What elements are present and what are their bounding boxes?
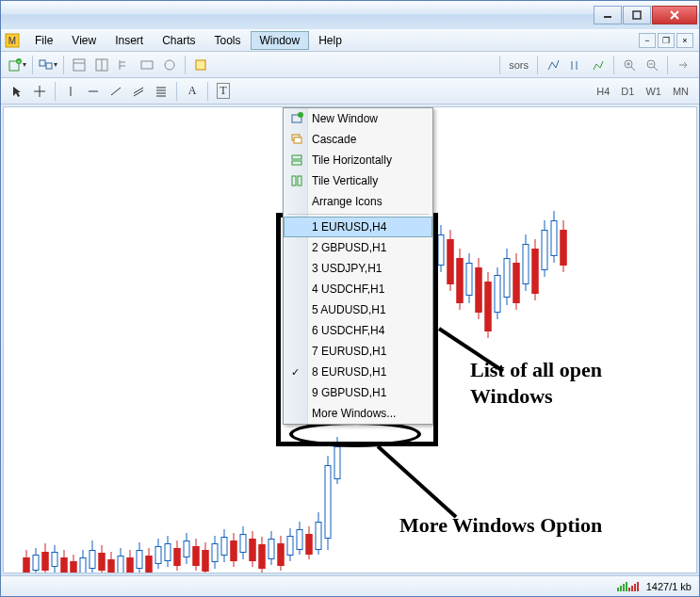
- menubar: M File View Insert Charts Tools Window H…: [1, 29, 699, 52]
- candle: [155, 107, 162, 573]
- menu-insert[interactable]: Insert: [106, 31, 153, 50]
- candle: [456, 107, 464, 573]
- svg-rect-17: [196, 60, 205, 70]
- candle: [51, 107, 58, 573]
- zoom-out-icon: [645, 58, 659, 72]
- menu-tile-h-label: Tile Horizontally: [312, 153, 392, 167]
- market-watch-icon: [73, 58, 86, 72]
- new-order-button[interactable]: [190, 55, 211, 75]
- candle: [89, 107, 96, 573]
- candle: [513, 107, 520, 573]
- vertical-line-button[interactable]: [60, 81, 81, 102]
- candle: [145, 107, 153, 573]
- candle: [465, 107, 473, 573]
- data-window-button[interactable]: [91, 55, 112, 75]
- menu-tools[interactable]: Tools: [205, 31, 251, 50]
- zoom-in-button[interactable]: [619, 55, 640, 75]
- candle: [239, 107, 247, 573]
- candle: [531, 107, 539, 573]
- menu-window-item-2[interactable]: 2 GBPUSD,H1: [284, 237, 432, 258]
- menu-new-window[interactable]: New Window: [284, 108, 432, 129]
- timeframe-mn-button[interactable]: MN: [668, 81, 693, 102]
- menu-window-item-1[interactable]: 1 EURUSD,H4: [284, 217, 432, 237]
- candle: [541, 107, 548, 573]
- menu-charts[interactable]: Charts: [153, 31, 204, 50]
- new-chart-button[interactable]: +▾: [7, 55, 27, 75]
- menu-window-item-8[interactable]: ✓8 EURUSD,H1: [284, 362, 432, 382]
- candle: [220, 107, 228, 573]
- channel-button[interactable]: [128, 81, 149, 102]
- menu-window-item-label: 7 EURUSD,H1: [312, 345, 386, 358]
- menu-tile-horizontally[interactable]: Tile Horizontally: [284, 150, 432, 170]
- menu-cascade[interactable]: Cascade: [284, 129, 432, 150]
- menu-file[interactable]: File: [25, 31, 62, 50]
- mdi-close-button[interactable]: ×: [676, 33, 693, 48]
- window-minimize-button[interactable]: [594, 6, 622, 24]
- svg-line-33: [134, 90, 143, 96]
- menu-window-item-label: 4 USDCHF,H1: [312, 282, 384, 296]
- mdi-restore-button[interactable]: ❐: [658, 33, 675, 48]
- candle: [503, 107, 511, 573]
- fibo-icon: [155, 85, 168, 98]
- menu-cascade-label: Cascade: [312, 133, 356, 146]
- timeframe-w1-button[interactable]: W1: [641, 81, 666, 102]
- menu-more-windows[interactable]: More Windows...: [284, 403, 432, 424]
- svg-line-25: [654, 67, 658, 71]
- terminal-button[interactable]: [137, 55, 157, 75]
- candle: [560, 107, 567, 573]
- trendline-button[interactable]: [106, 81, 126, 102]
- menu-window-item-9[interactable]: 9 GBPUSD,H1: [284, 382, 432, 403]
- menu-help[interactable]: Help: [309, 31, 351, 50]
- crosshair-button[interactable]: [29, 81, 50, 102]
- vline-icon: [64, 85, 77, 98]
- bars-icon: [569, 58, 582, 72]
- navigator-icon: [118, 58, 131, 72]
- svg-rect-1: [633, 11, 641, 19]
- timeframe-h4-button[interactable]: H4: [592, 81, 614, 102]
- indicator-list-button[interactable]: [543, 55, 563, 75]
- timeframe-d1-button[interactable]: D1: [616, 81, 639, 102]
- chart-area[interactable]: New Window Cascade Tile Horizontally Til…: [3, 106, 697, 573]
- candle: [79, 107, 87, 573]
- status-traffic: 1427/1 kb: [646, 581, 692, 592]
- new-chart-icon: +: [8, 57, 23, 73]
- window-close-button[interactable]: [652, 6, 697, 24]
- window-maximize-button[interactable]: [623, 6, 651, 24]
- text-label-button[interactable]: T: [213, 81, 234, 102]
- menu-window-item-7[interactable]: 7 EURUSD,H1: [284, 341, 432, 362]
- templates-button[interactable]: [588, 55, 609, 75]
- candle: [136, 107, 143, 573]
- profiles-button[interactable]: ▾: [38, 55, 58, 75]
- menu-window-item-5[interactable]: 5 AUDUSD,H1: [284, 299, 432, 320]
- menu-arrange-icons[interactable]: Arrange Icons: [284, 191, 432, 212]
- menu-window-item-4[interactable]: 4 USDCHF,H1: [284, 279, 432, 299]
- market-watch-button[interactable]: [69, 55, 90, 75]
- menu-tile-v-label: Tile Vertically: [312, 174, 378, 187]
- menu-new-window-label: New Window: [312, 112, 378, 125]
- cursor-button[interactable]: [7, 81, 27, 102]
- menu-view[interactable]: View: [62, 31, 106, 50]
- menu-window-item-6[interactable]: 6 USDCHF,H4: [284, 320, 432, 341]
- menu-window-item-3[interactable]: 3 USDJPY,H1: [284, 258, 432, 279]
- periodicity-button[interactable]: [565, 55, 586, 75]
- zoom-out-button[interactable]: [642, 55, 662, 75]
- candle: [484, 107, 492, 573]
- profiles-icon: [39, 57, 54, 73]
- navigator-button[interactable]: [114, 55, 135, 75]
- mdi-minimize-button[interactable]: −: [639, 33, 656, 48]
- menu-window[interactable]: Window: [251, 31, 310, 50]
- text-icon: A: [188, 84, 197, 98]
- text-button[interactable]: A: [182, 81, 203, 102]
- auto-scroll-button[interactable]: [673, 55, 693, 75]
- fibonacci-button[interactable]: [151, 81, 171, 102]
- candle: [173, 107, 181, 573]
- candle: [249, 107, 256, 573]
- menu-tile-vertically[interactable]: Tile Vertically: [284, 170, 432, 191]
- tile-v-icon: [289, 173, 304, 188]
- new-order-icon: [194, 58, 207, 72]
- svg-line-31: [111, 88, 121, 95]
- candle: [70, 107, 77, 573]
- strategy-tester-button[interactable]: [159, 55, 180, 75]
- horizontal-line-button[interactable]: [83, 81, 104, 102]
- candle: [32, 107, 40, 573]
